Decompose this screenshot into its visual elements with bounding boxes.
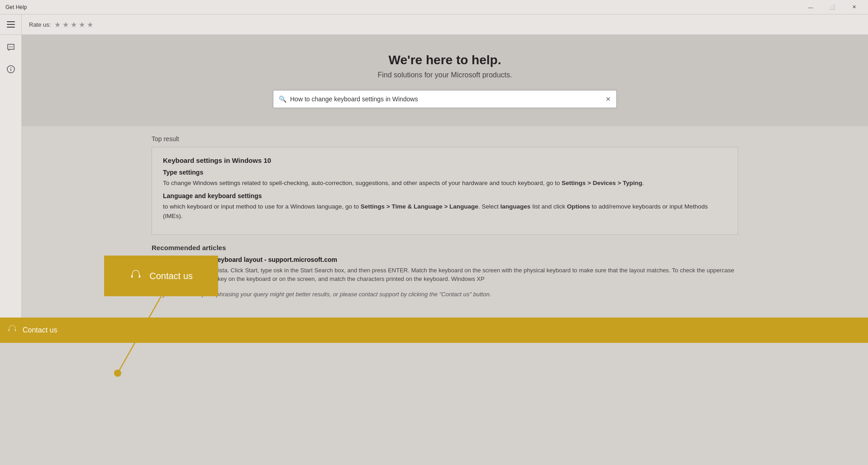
hero-title: We're here to help. [31, 53, 859, 67]
top-area: Rate us: ★ ★ ★ ★ ★ [0, 14, 868, 35]
nav-icon-info[interactable] [2, 60, 20, 78]
search-container: 🔍 ✕ [31, 90, 859, 108]
contact-us-bar[interactable]: Contact us [0, 318, 868, 343]
type-settings-bold: Settings > Devices > Typing [562, 180, 642, 186]
title-bar-controls: — ⬜ ✕ [800, 0, 864, 14]
sorry-text: Sorry that didn't help. Rephrasing your … [152, 291, 738, 298]
svg-point-7 [114, 370, 121, 377]
options-bold: Options [567, 203, 590, 210]
title-bar: Get Help — ⬜ ✕ [0, 0, 868, 14]
language-text: to which keyboard or input method to use… [163, 202, 727, 221]
search-bar: 🔍 ✕ [273, 90, 617, 108]
language-heading: Language and keyboard settings [163, 192, 727, 199]
annotation-overlay: Contact us [104, 256, 218, 296]
recommended-label: Recommended articles [152, 244, 738, 251]
star-3[interactable]: ★ [71, 20, 77, 29]
languages-bold: languages [501, 203, 531, 210]
type-settings-text: To change Windows settings related to sp… [163, 179, 727, 188]
page-content: We're here to help. Find solutions for y… [22, 35, 868, 343]
title-bar-left: Get Help [5, 4, 27, 10]
contact-us-big-label: Contact us [149, 271, 193, 281]
hamburger-line-3 [7, 27, 15, 28]
annotation-box: Contact us [104, 256, 218, 296]
hamburger-menu[interactable] [0, 14, 22, 34]
contact-us-big-button[interactable]: Contact us [105, 257, 217, 295]
hamburger-line-1 [7, 21, 15, 22]
svg-point-0 [9, 47, 10, 47]
article-title[interactable]: How to change your keyboard layout - sup… [152, 256, 738, 263]
star-4[interactable]: ★ [79, 20, 85, 29]
svg-point-2 [12, 47, 13, 47]
svg-point-5 [10, 67, 11, 68]
hamburger-line-2 [7, 24, 15, 25]
rate-label: Rate us: [29, 21, 51, 28]
content-with-sidebar: We're here to help. Find solutions for y… [0, 35, 868, 343]
nav-icon-chat[interactable] [2, 38, 20, 57]
hero-subtitle: Find solutions for your Microsoft produc… [31, 71, 859, 79]
top-result-label: Top result [152, 135, 738, 142]
main-app: Rate us: ★ ★ ★ ★ ★ [0, 14, 868, 343]
contact-headset-icon-big [129, 268, 142, 284]
article-text: Windows 7 or Windows Vista. Click Start,… [152, 266, 738, 284]
result-card-title: Keyboard settings in Windows 10 [163, 157, 727, 164]
search-icon: 🔍 [279, 95, 286, 103]
star-1[interactable]: ★ [54, 20, 61, 29]
hero-section: We're here to help. Find solutions for y… [22, 35, 868, 126]
rate-section: Rate us: ★ ★ ★ ★ ★ [22, 20, 100, 29]
search-input[interactable] [290, 95, 602, 103]
left-nav [0, 35, 22, 343]
type-settings-heading: Type settings [163, 169, 727, 176]
settings-time-bold: Settings > Time & Language > Language [361, 203, 478, 210]
star-2[interactable]: ★ [62, 20, 69, 29]
minimize-button[interactable]: — [800, 0, 821, 14]
svg-point-1 [10, 47, 11, 47]
contact-headset-icon [7, 324, 17, 336]
app-title: Get Help [5, 4, 27, 10]
close-button[interactable]: ✕ [844, 0, 864, 14]
maximize-button[interactable]: ⬜ [822, 0, 843, 14]
star-rating[interactable]: ★ ★ ★ ★ ★ [54, 20, 93, 29]
contact-us-label: Contact us [23, 326, 57, 334]
star-5[interactable]: ★ [87, 20, 93, 29]
search-clear-button[interactable]: ✕ [606, 95, 611, 103]
result-card: Keyboard settings in Windows 10 Type set… [152, 147, 738, 235]
